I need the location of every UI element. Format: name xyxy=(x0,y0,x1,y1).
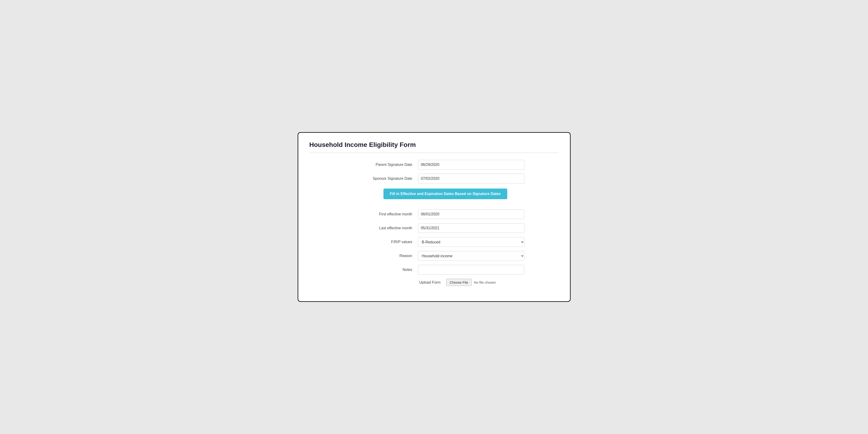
frp-values-label: F/R/P values xyxy=(344,240,418,244)
upload-form-label: Upload Form xyxy=(372,280,446,284)
page-title: Household Income Eligibility Form xyxy=(309,141,559,149)
last-effective-month-input[interactable] xyxy=(418,223,524,233)
sponsor-signature-date-input[interactable] xyxy=(418,174,524,183)
choose-file-button[interactable]: Choose File xyxy=(446,279,472,286)
no-file-text: No file chosen xyxy=(474,280,496,284)
form-section: Parent Signature Date Sponsor Signature … xyxy=(309,160,559,290)
parent-signature-label: Parent Signature Date xyxy=(344,163,418,167)
parent-signature-row: Parent Signature Date xyxy=(309,160,559,169)
frp-values-row: F/R/P values B-Reduced Free Paid Reduced xyxy=(309,237,559,247)
reason-label: Reason xyxy=(344,254,418,258)
reason-select[interactable]: Household income Other xyxy=(418,251,524,261)
notes-label: Notes xyxy=(344,268,418,272)
frp-values-select[interactable]: B-Reduced Free Paid Reduced xyxy=(418,237,524,247)
fill-button-row: Fill in Effective and Expiration Dates B… xyxy=(309,188,559,206)
upload-wrapper: Choose File No file chosen xyxy=(446,279,496,286)
upload-form-row: Upload Form Choose File No file chosen xyxy=(309,279,559,286)
sponsor-signature-row: Sponsor Signature Date xyxy=(309,174,559,183)
last-effective-month-row: Last effective month xyxy=(309,223,559,233)
last-effective-month-label: Last effective month xyxy=(344,226,418,230)
spacer xyxy=(309,206,559,209)
notes-input[interactable] xyxy=(418,265,524,275)
first-effective-month-label: First effective month xyxy=(344,212,418,216)
main-container: Household Income Eligibility Form Parent… xyxy=(298,132,571,302)
reason-row: Reason Household income Other xyxy=(309,251,559,261)
first-effective-month-input[interactable] xyxy=(418,209,524,219)
sponsor-signature-label: Sponsor Signature Date xyxy=(344,177,418,181)
parent-signature-date-input[interactable] xyxy=(418,160,524,169)
notes-row: Notes xyxy=(309,265,559,275)
first-effective-month-row: First effective month xyxy=(309,209,559,219)
fill-dates-button[interactable]: Fill in Effective and Expiration Dates B… xyxy=(383,189,507,199)
divider xyxy=(309,153,559,153)
